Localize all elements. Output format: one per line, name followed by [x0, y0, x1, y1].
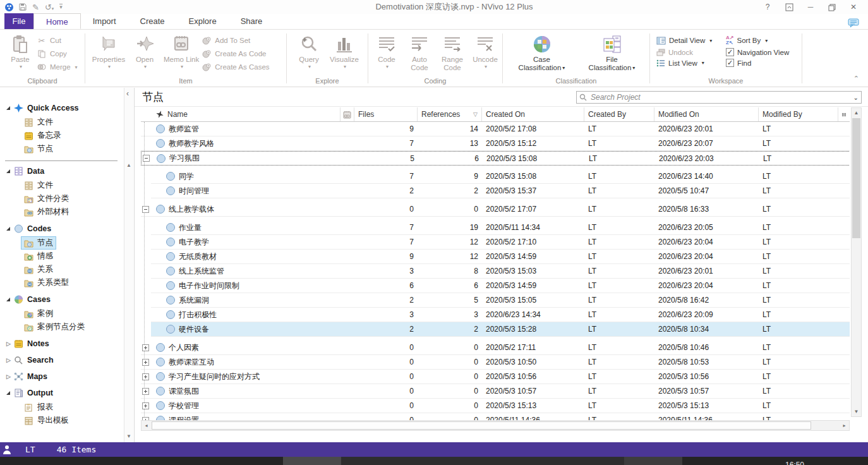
collapsed-triangle-icon[interactable]: ▷: [6, 373, 10, 380]
collapse-node-icon[interactable]: [142, 206, 149, 213]
sidebar-section-maps[interactable]: ▷Maps: [6, 370, 124, 383]
customize-quick-access-icon[interactable]: ▾: [59, 4, 63, 10]
range-code-button[interactable]: Range Code: [436, 32, 469, 72]
sidebar-item-关系[interactable]: 关系: [21, 263, 56, 276]
table-row-学校管理[interactable]: 学校管理002020/5/3 15:13LT2020/5/3 15:13LT: [141, 399, 850, 413]
column-header-files[interactable]: Files: [354, 107, 418, 121]
collapsed-triangle-icon[interactable]: ▷: [6, 341, 10, 347]
table-row-学习产生疑问时的应对方式[interactable]: 学习产生疑问时的应对方式002020/5/3 10:56LT2020/5/3 1…: [141, 370, 850, 384]
expand-node-icon[interactable]: [142, 388, 149, 395]
table-row-硬件设备[interactable]: 硬件设备222020/5/3 15:28LT2020/5/8 10:34LT: [151, 322, 850, 337]
sidebar-scroll-up-icon[interactable]: ▲: [125, 161, 133, 170]
list-view-button[interactable]: List View ▾: [656, 59, 717, 67]
properties-button[interactable]: Properties ▾: [89, 32, 128, 69]
sidebar-section-cases[interactable]: Cases: [6, 293, 124, 306]
collapsed-triangle-icon[interactable]: ▷: [6, 357, 10, 363]
sidebar-collapse-icon[interactable]: ‹: [126, 89, 129, 98]
expanded-triangle-icon[interactable]: [6, 169, 10, 173]
table-row-无纸质教材[interactable]: 无纸质教材9122020/5/3 14:59LT2020/6/23 20:04L…: [151, 250, 850, 264]
table-row-学习氛围[interactable]: 学习氛围562020/5/3 15:08LT2020/6/23 20:03LT: [141, 151, 850, 166]
column-header-created-by[interactable]: Created By: [584, 107, 654, 121]
sidebar-item-文件分类[interactable]: 文件分类: [21, 192, 72, 205]
column-header-modified-on[interactable]: Modified On: [654, 107, 759, 121]
expanded-triangle-icon[interactable]: [6, 298, 10, 301]
sidebar-item-情感[interactable]: 情感: [21, 250, 56, 263]
add-to-set-button[interactable]: Add To Set: [202, 35, 269, 46]
expand-node-icon[interactable]: [142, 359, 149, 366]
table-row-课堂氛围[interactable]: 课堂氛围002020/5/3 10:57LT2020/5/3 10:57LT: [141, 384, 850, 399]
vertical-scroll-thumb[interactable]: [852, 118, 860, 238]
table-row-系统漏洞[interactable]: 系统漏洞252020/5/3 15:05LT2020/5/8 16:42LT: [151, 293, 850, 308]
create-as-cases-button[interactable]: Create As Cases: [202, 61, 269, 73]
table-row-同学[interactable]: 同学792020/5/3 15:08LT2020/6/23 14:40LT: [151, 169, 850, 184]
sidebar-scroll-down-icon[interactable]: ▼: [125, 432, 133, 441]
code-button[interactable]: Code ▾: [370, 32, 403, 69]
column-header-memo-link[interactable]: [341, 107, 354, 121]
case-classification-button[interactable]: Case Classification▾: [512, 32, 572, 72]
ribbon-display-options-button[interactable]: [778, 0, 800, 14]
sort-by-button[interactable]: A↗Z↖ Sort By ▾: [726, 35, 768, 45]
sidebar-item-关系类型[interactable]: 关系类型: [21, 276, 72, 289]
table-row-教师监管[interactable]: 教师监管9142020/5/2 17:08LT2020/6/23 20:01LT: [141, 122, 850, 136]
column-header-name[interactable]: Name: [152, 107, 341, 121]
filter-triangle-icon[interactable]: ▽: [473, 111, 478, 118]
tab-file[interactable]: File: [4, 13, 33, 29]
table-row-时间管理[interactable]: 时间管理222020/5/3 15:37LT2020/5/5 10:47LT: [151, 184, 850, 198]
scroll-down-icon[interactable]: ▼: [852, 407, 861, 416]
table-row-电子作业时间限制[interactable]: 电子作业时间限制662020/5/3 14:59LT2020/6/23 20:0…: [151, 279, 850, 293]
undock-button[interactable]: Undock: [656, 48, 717, 56]
memo-link-button[interactable]: Memo Link ▾: [161, 32, 202, 69]
save-icon[interactable]: [19, 3, 27, 11]
table-row-个人因素[interactable]: 个人因素002020/5/2 17:11LT2020/5/8 10:46LT: [141, 341, 850, 355]
sidebar-section-notes[interactable]: ▷Notes: [6, 337, 124, 350]
expand-node-icon[interactable]: [142, 402, 149, 409]
scroll-left-icon[interactable]: ◂: [142, 421, 151, 430]
sidebar-item-外部材料[interactable]: 外部材料: [21, 205, 72, 219]
query-button[interactable]: Query ▾: [292, 32, 325, 69]
sidebar-section-output[interactable]: Output: [6, 387, 124, 399]
vertical-scrollbar[interactable]: ▲ ▼: [851, 107, 862, 417]
sidebar-item-导出模板[interactable]: 导出模板: [21, 414, 72, 427]
app-icon[interactable]: [5, 3, 13, 11]
sidebar-section-quick-access[interactable]: Quick Access: [6, 102, 124, 114]
table-row-电子教学[interactable]: 电子教学7122020/5/2 17:10LT2020/6/23 20:04LT: [151, 235, 850, 250]
comments-icon[interactable]: [848, 18, 859, 28]
expanded-triangle-icon[interactable]: [6, 106, 10, 110]
sidebar-item-文件[interactable]: 文件: [21, 179, 56, 192]
merge-button[interactable]: Merge ▾: [37, 61, 78, 73]
open-button[interactable]: Open ▾: [128, 32, 161, 69]
restore-button[interactable]: [821, 0, 843, 14]
sidebar-item-报表[interactable]: 报表: [21, 401, 56, 414]
tab-create[interactable]: Create: [128, 13, 177, 29]
help-button[interactable]: ?: [757, 0, 778, 14]
edit-pencil-icon[interactable]: ✎: [32, 3, 39, 11]
auto-code-button[interactable]: Auto Code: [403, 32, 436, 72]
create-as-code-button[interactable]: Create As Code: [202, 48, 269, 59]
file-classification-button[interactable]: File Classification▾: [582, 32, 642, 72]
column-header-created-on[interactable]: Created On: [482, 107, 584, 121]
uncode-button[interactable]: Uncode ▾: [469, 32, 502, 69]
sidebar-section-search[interactable]: ▷Search: [6, 354, 124, 366]
copy-button[interactable]: Copy: [37, 48, 78, 59]
table-row-打击积极性[interactable]: 打击积极性332020/6/23 14:34LT2020/6/23 20:09L…: [151, 308, 850, 322]
tab-share[interactable]: Share: [229, 13, 275, 29]
sidebar-item-节点[interactable]: 节点: [21, 142, 56, 155]
collapse-node-icon[interactable]: [143, 155, 150, 162]
sidebar-section-data[interactable]: Data: [6, 165, 124, 178]
paste-button[interactable]: Paste ▾: [4, 32, 37, 69]
search-box[interactable]: ⌄: [576, 91, 862, 104]
search-input[interactable]: [589, 92, 853, 102]
navigation-view-checkbox[interactable]: ✓ Navigation View: [726, 48, 789, 56]
expanded-triangle-icon[interactable]: [6, 391, 10, 395]
sidebar-item-案例节点分类[interactable]: 案例节点分类: [21, 320, 88, 334]
sidebar-item-备忘录[interactable]: 备忘录: [21, 129, 64, 142]
sidebar-item-文件[interactable]: 文件: [21, 116, 56, 129]
undo-icon[interactable]: ↺▾: [45, 3, 54, 11]
cut-button[interactable]: ✂ Cut: [37, 35, 78, 46]
sidebar-scrollbar[interactable]: ‹ ▲ ▼: [124, 88, 133, 442]
table-row-教师教学风格[interactable]: 教师教学风格7132020/5/3 15:12LT2020/6/23 20:07…: [141, 136, 850, 151]
search-dropdown-icon[interactable]: ⌄: [853, 94, 859, 101]
column-chooser-icon[interactable]: [838, 107, 850, 121]
column-header-references[interactable]: References ▽: [418, 107, 482, 121]
tab-import[interactable]: Import: [81, 13, 128, 29]
